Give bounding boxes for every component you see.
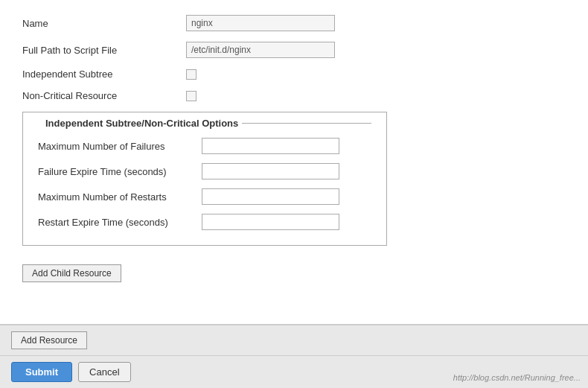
failure-expire-input[interactable]	[202, 163, 339, 179]
independent-subtree-row: Independent Subtree	[22, 69, 566, 80]
independent-subtree-label: Independent Subtree	[22, 69, 186, 80]
submit-button[interactable]: Submit	[11, 362, 72, 382]
add-resource-button[interactable]: Add Resource	[11, 331, 87, 349]
legend-line	[242, 123, 371, 124]
add-resource-bar: Add Resource	[0, 325, 588, 355]
scroll-area: Name Full Path to Script File Independen…	[0, 0, 588, 325]
non-critical-checkbox[interactable]	[186, 91, 196, 101]
name-row: Name	[22, 15, 566, 31]
max-failures-input[interactable]	[202, 138, 339, 154]
path-label: Full Path to Script File	[22, 45, 186, 56]
submit-cancel-bar: Submit Cancel http://blog.csdn.net/Runni…	[0, 355, 588, 388]
non-critical-label: Non-Critical Resource	[22, 90, 186, 101]
restart-expire-label: Restart Expire Time (seconds)	[38, 217, 202, 228]
cancel-button[interactable]: Cancel	[78, 362, 130, 382]
fieldset-legend: Independent Subtree/Non-Critical Options	[42, 118, 242, 129]
max-restarts-row: Maximum Number of Restarts	[38, 188, 371, 205]
failure-expire-row: Failure Expire Time (seconds)	[38, 163, 371, 179]
restart-expire-row: Restart Expire Time (seconds)	[38, 214, 371, 230]
non-critical-row: Non-Critical Resource	[22, 90, 566, 101]
max-restarts-input[interactable]	[202, 188, 339, 205]
fieldset-legend-wrap: Independent Subtree/Non-Critical Options	[38, 118, 371, 129]
max-failures-row: Maximum Number of Failures	[38, 138, 371, 154]
max-failures-label: Maximum Number of Failures	[38, 141, 202, 152]
form-section: Name Full Path to Script File Independen…	[0, 0, 588, 297]
failure-expire-label: Failure Expire Time (seconds)	[38, 166, 202, 177]
options-fieldset: Independent Subtree/Non-Critical Options…	[22, 112, 387, 246]
restart-expire-input[interactable]	[202, 214, 339, 230]
main-container: Name Full Path to Script File Independen…	[0, 0, 588, 388]
independent-subtree-checkbox[interactable]	[186, 69, 196, 80]
max-restarts-label: Maximum Number of Restarts	[38, 191, 202, 203]
name-input[interactable]	[186, 15, 335, 31]
name-label: Name	[22, 18, 186, 29]
path-input[interactable]	[186, 42, 335, 58]
watermark-text: http://blog.csdn.net/Running_free...	[453, 373, 581, 382]
path-row: Full Path to Script File	[22, 42, 566, 58]
add-child-resource-button[interactable]: Add Child Resource	[22, 264, 121, 282]
